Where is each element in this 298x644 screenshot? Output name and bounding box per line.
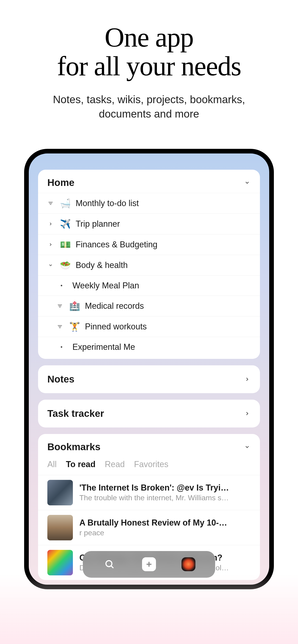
- home-item-trip[interactable]: ✈️ Trip planner: [38, 214, 260, 234]
- home-item-body-health[interactable]: 🥗 Body & health: [38, 255, 260, 276]
- bookmark-thumbnail: [47, 480, 73, 505]
- bookmark-item[interactable]: 'The Internet Is Broken': @ev Is Tryi… T…: [38, 475, 260, 510]
- hero-title: One app for all your needs: [0, 23, 298, 81]
- bookmark-thumbnail: [47, 515, 73, 540]
- hospital-emoji: 🏥: [69, 301, 79, 311]
- chevron-down-icon[interactable]: [244, 179, 251, 186]
- notes-card[interactable]: Notes: [38, 365, 260, 393]
- filter-icon: [57, 324, 63, 330]
- tab-to-read[interactable]: To read: [66, 460, 95, 469]
- home-subitem-experimental[interactable]: • Experimental Me: [38, 337, 260, 359]
- item-label: Weekly Meal Plan: [72, 281, 139, 290]
- item-label: Body & health: [76, 260, 128, 270]
- search-button[interactable]: [103, 557, 117, 571]
- tab-read[interactable]: Read: [105, 460, 125, 469]
- bookmark-thumbnail: [47, 550, 73, 576]
- chevron-right-icon: [47, 221, 54, 227]
- tasks-title: Task tracker: [47, 408, 104, 419]
- weightlifter-emoji: 🏋️: [69, 322, 79, 332]
- bookmark-item[interactable]: A Brutally Honest Review of My 10-… r pe…: [38, 510, 260, 545]
- svg-point-0: [106, 561, 112, 567]
- item-label: Trip planner: [76, 219, 120, 229]
- chevron-right-icon: [244, 376, 251, 383]
- bookmark-description: r peace: [79, 528, 251, 537]
- home-title: Home: [47, 177, 75, 188]
- bullet-icon: •: [57, 344, 66, 350]
- chevron-down-icon[interactable]: [244, 444, 251, 450]
- bookmark-description: The trouble with the internet, Mr. Willi…: [79, 494, 251, 502]
- notes-title: Notes: [47, 374, 75, 385]
- item-label: Medical records: [85, 301, 144, 311]
- phone-mockup: Home 🛁 Monthly to-do list: [24, 149, 274, 589]
- floating-nav: [83, 551, 215, 578]
- item-label: Experimental Me: [72, 342, 135, 352]
- home-subitem-workouts[interactable]: 🏋️ Pinned workouts: [38, 316, 260, 337]
- filter-icon: [47, 200, 54, 206]
- task-tracker-card[interactable]: Task tracker: [38, 400, 260, 428]
- bookmarks-tabs: All To read Read Favorites: [38, 457, 260, 475]
- item-label: Finances & Budgeting: [76, 240, 157, 250]
- hero-subtitle: Notes, tasks, wikis, projects, bookmarks…: [0, 92, 298, 121]
- home-card: Home 🛁 Monthly to-do list: [38, 170, 260, 359]
- bookmarks-title: Bookmarks: [47, 442, 101, 452]
- salad-emoji: 🥗: [60, 260, 70, 270]
- bookmark-title: 'The Internet Is Broken': @ev Is Tryi…: [79, 483, 251, 492]
- item-label: Monthly to-do list: [76, 198, 139, 208]
- tab-all[interactable]: All: [47, 460, 57, 469]
- bathtub-emoji: 🛁: [60, 198, 70, 208]
- bullet-icon: •: [57, 282, 66, 289]
- chevron-right-icon: [244, 410, 251, 417]
- tab-favorites[interactable]: Favorites: [134, 460, 168, 469]
- svg-line-1: [111, 566, 114, 568]
- filter-icon: [57, 303, 63, 309]
- airplane-emoji: ✈️: [60, 219, 70, 229]
- bookmarks-header[interactable]: Bookmarks: [38, 434, 260, 457]
- bookmark-title: A Brutally Honest Review of My 10-…: [79, 518, 251, 528]
- chevron-down-icon: [47, 262, 54, 268]
- add-button[interactable]: [142, 557, 156, 571]
- money-emoji: 💵: [60, 240, 70, 250]
- home-item-todo[interactable]: 🛁 Monthly to-do list: [38, 193, 260, 214]
- item-label: Pinned workouts: [85, 322, 147, 332]
- home-subitem-medical[interactable]: 🏥 Medical records: [38, 296, 260, 316]
- home-item-finances[interactable]: 💵 Finances & Budgeting: [38, 234, 260, 255]
- orb-button[interactable]: [181, 557, 195, 571]
- chevron-right-icon: [47, 241, 54, 248]
- home-header[interactable]: Home: [38, 170, 260, 193]
- home-subitem-meal-plan[interactable]: • Weekly Meal Plan: [38, 276, 260, 296]
